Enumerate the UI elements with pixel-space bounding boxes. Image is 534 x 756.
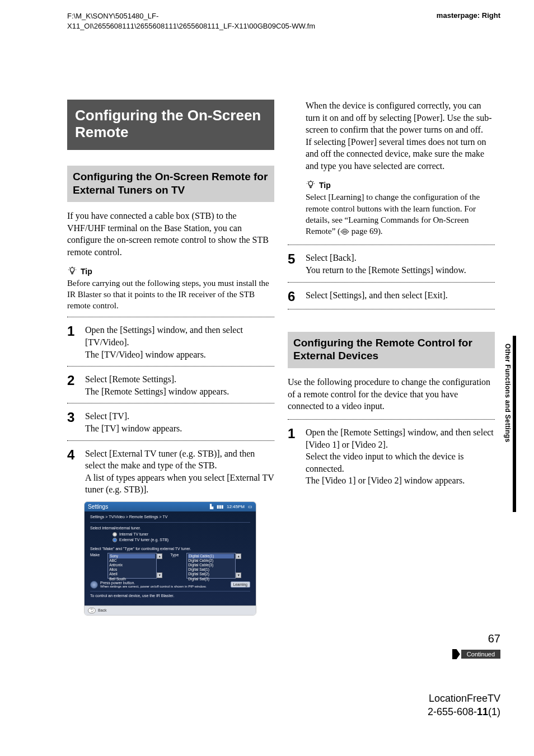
step-text: Select [Remote Settings]. xyxy=(85,374,176,384)
footer-product-name: LocationFreeTV xyxy=(429,693,500,705)
ss-divider xyxy=(90,591,250,591)
divider xyxy=(288,419,495,420)
divider xyxy=(67,317,274,317)
step-body: Select [Settings], and then select [Exit… xyxy=(306,289,495,302)
step-text: Open the [Settings] window, and then sel… xyxy=(85,325,243,347)
intro-paragraph: If you have connected a cable box (STB) … xyxy=(67,210,274,258)
step-number: 6 xyxy=(288,289,298,303)
step-4: 4 Select [External TV tuner (e.g. STB)],… xyxy=(67,448,274,496)
side-tab-label: Other Functions and Settings xyxy=(504,344,512,442)
list-item: Alios xyxy=(109,567,117,571)
battery-icon: ▮▮▮ xyxy=(217,504,223,509)
page-root: F:\M_K\SONY\5051480_LF- X11_OI\265560811… xyxy=(0,0,534,756)
step-text: When the device is configured correctly,… xyxy=(306,101,492,134)
scroll-down-icon[interactable]: ▼ xyxy=(236,572,241,578)
intro-paragraph-2: Use the following procedure to change th… xyxy=(288,376,495,412)
ss-radio-label: External TV tuner (e.g. STB) xyxy=(119,538,168,542)
back-button-icon[interactable]: ⮌ xyxy=(88,608,96,613)
step-text: Select [TV]. xyxy=(85,411,129,421)
content-columns: Configuring the On-Screen Remote Configu… xyxy=(67,100,497,616)
lightbulb-icon xyxy=(67,266,77,276)
power-button-icon[interactable] xyxy=(90,581,98,589)
learning-button[interactable]: Learning xyxy=(231,581,250,588)
step-text: Open the [Remote Settings] window, and t… xyxy=(306,428,494,449)
step-number: 2 xyxy=(67,373,77,387)
scroll-down-icon[interactable]: ▼ xyxy=(157,572,162,578)
tip-label: Tip xyxy=(81,267,92,276)
list-item: Antronix xyxy=(109,563,123,567)
section-title-external-devices: Configuring the Remote Control for Exter… xyxy=(288,332,495,369)
step-body: Select [Remote Settings]. The [Remote Se… xyxy=(85,373,274,397)
step-body: Select [External TV tuner (e.g. STB)], a… xyxy=(85,448,274,496)
battery-icon: ▭ xyxy=(248,504,252,509)
step-text: The [TV/Video] window appears. xyxy=(85,350,206,359)
ss-make-type-row: Make Sony ABC Antronix Alios Abell Bell … xyxy=(90,553,250,579)
step-text: The [Video 1] or [Video 2] window appear… xyxy=(306,476,465,485)
ss-radio-external[interactable]: External TV tuner (e.g. STB) xyxy=(113,538,250,542)
list-item: Digital Sat(1) xyxy=(188,567,209,571)
tip-text-part: page 69). xyxy=(349,227,383,236)
step-text: The [Remote Settings] window appears. xyxy=(85,387,229,396)
step-text: Select the video input to which the devi… xyxy=(306,452,464,473)
spacer xyxy=(288,316,495,332)
page-ref-icon xyxy=(340,227,349,238)
divider xyxy=(67,366,274,367)
lightbulb-icon xyxy=(306,180,316,190)
side-tab: Other Functions and Settings xyxy=(503,336,513,512)
tip-text: Before carrying out the following steps,… xyxy=(67,278,274,312)
ss-divider xyxy=(90,522,250,523)
ss-power-row: Press power button. When settings are co… xyxy=(90,581,250,589)
ss-instruction: Select "Make" and "Type" for controlling… xyxy=(90,547,250,551)
divider xyxy=(288,245,495,245)
ss-make-list[interactable]: Sony ABC Antronix Alios Abell Bell South… xyxy=(107,553,157,579)
ss-type-list[interactable]: Digital Cable(1) Digital Cable(2) Digita… xyxy=(186,553,236,579)
step-6: 6 Select [Settings], and then select [Ex… xyxy=(288,289,495,303)
step-text: You return to the [Remote Settings] wind… xyxy=(306,265,466,275)
list-item: Digital Cable(1) xyxy=(188,554,234,558)
svg-line-12 xyxy=(308,181,308,182)
step-2: 2 Select [Remote Settings]. The [Remote … xyxy=(67,373,274,397)
ss-radio-label: Internal TV tuner xyxy=(119,532,148,536)
list-item: Digital Sat(2) xyxy=(188,572,209,576)
step-text: A list of types appears when you select … xyxy=(85,473,274,495)
continued-arrow-icon xyxy=(452,649,460,659)
page-number: 67 xyxy=(488,632,500,645)
tip-text-part: Select [Learning] to change the configur… xyxy=(306,192,480,236)
ss-instruction: Select internal/external tuner. xyxy=(90,526,250,530)
ss-ir-note: To control an external device, use the I… xyxy=(90,594,250,598)
step-text: Select [Settings], and then select [Exit… xyxy=(306,290,448,300)
ss-back-label: Back xyxy=(98,608,107,612)
ss-power-line: When settings are correct, power on/off … xyxy=(100,585,228,588)
svg-line-13 xyxy=(313,181,313,182)
list-item: Digital Sat(3) xyxy=(188,577,209,581)
ss-title: Settings xyxy=(88,504,108,510)
ss-make-label: Make xyxy=(90,553,100,557)
step-number: 1 xyxy=(67,324,77,338)
ss-breadcrumb: Settings > TV/Video > Remote Settings > … xyxy=(90,515,250,519)
step-body: Open the [Settings] window, and then sel… xyxy=(85,324,274,360)
step-5: 5 Select [Back]. You return to the [Remo… xyxy=(288,252,495,276)
step-number: 4 xyxy=(67,448,77,462)
ss-content: Settings > TV/Video > Remote Settings > … xyxy=(85,511,256,605)
step-number: 1 xyxy=(288,426,298,440)
ss-footer: ⮌ Back xyxy=(85,605,256,615)
step-number: 3 xyxy=(67,410,77,424)
radio-icon xyxy=(113,538,117,542)
side-tab-bar xyxy=(513,336,516,512)
step-3: 3 Select [TV]. The [TV] window appears. xyxy=(67,410,274,434)
svg-line-5 xyxy=(69,267,70,268)
scroll-up-icon[interactable]: ▲ xyxy=(236,553,241,559)
step-text: Select [External TV tuner (e.g. STB)], a… xyxy=(85,449,255,471)
continued-label: Continued xyxy=(461,650,500,659)
header-masterpage: masterpage: Right xyxy=(437,11,500,20)
list-item: ABC xyxy=(109,558,116,562)
ss-radio-internal[interactable]: Internal TV tuner xyxy=(113,532,250,537)
ss-power-text: Press power button. When settings are co… xyxy=(100,581,228,588)
list-item: Digital Cable(3) xyxy=(188,563,213,567)
embedded-ui-screenshot: Settings ▙ ▮▮▮ 12:45PM ▭ Settings > TV/V… xyxy=(84,501,256,616)
list-item: Digital Cable(2) xyxy=(188,558,213,562)
step-body: Open the [Remote Settings] window, and t… xyxy=(306,426,495,487)
tip-heading: Tip xyxy=(306,180,495,191)
ss-time: 12:45PM xyxy=(227,504,245,509)
scroll-up-icon[interactable]: ▲ xyxy=(157,553,162,559)
